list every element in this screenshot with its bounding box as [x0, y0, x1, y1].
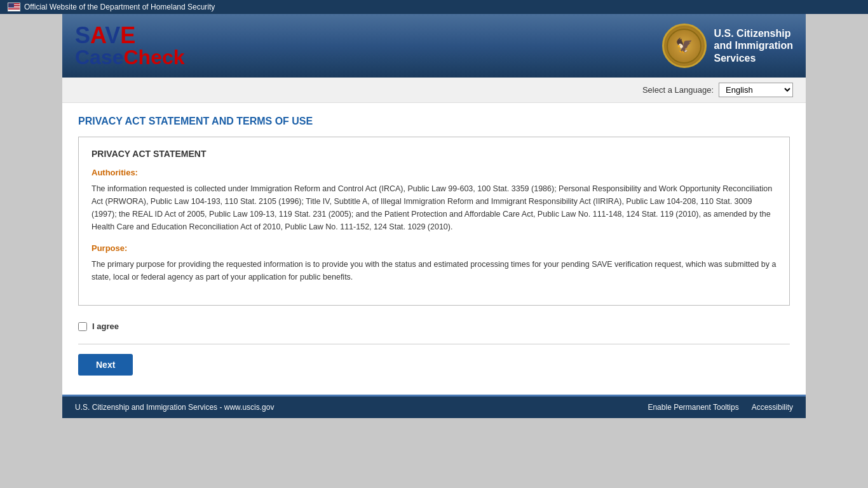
gov-banner-text: Official Website of the Department of Ho…: [24, 3, 215, 11]
privacy-box-title: PRIVACY ACT STATEMENT: [92, 149, 776, 159]
logo-area: SAVE CaseCheck: [75, 24, 185, 67]
casecheck-logo: CaseCheck: [75, 47, 185, 67]
footer-links: Enable Permanent Tooltips Accessibility: [648, 403, 793, 412]
page-wrapper: SAVE CaseCheck 🦅 U.S. Citizenship and Im…: [62, 14, 806, 418]
agree-checkbox[interactable]: [78, 322, 87, 331]
site-header: SAVE CaseCheck 🦅 U.S. Citizenship and Im…: [62, 14, 806, 78]
authorities-text: The information requested is collected u…: [92, 182, 776, 233]
save-casecheck-logo: SAVE CaseCheck: [75, 24, 185, 67]
uscis-logo: 🦅 U.S. Citizenship and Immigration Servi…: [662, 24, 793, 68]
purpose-text: The primary purpose for providing the re…: [92, 258, 776, 283]
privacy-statement-box: PRIVACY ACT STATEMENT Authorities: The i…: [78, 137, 790, 306]
accessibility-link[interactable]: Accessibility: [752, 403, 793, 412]
authorities-heading: Authorities:: [92, 168, 776, 177]
agree-row: I agree: [78, 318, 790, 334]
next-button[interactable]: Next: [78, 354, 133, 376]
dhs-seal-icon: 🦅: [662, 24, 707, 68]
divider: [78, 344, 790, 344]
language-label: Select a Language:: [642, 85, 714, 95]
us-flag-icon: [8, 3, 20, 11]
tooltips-link[interactable]: Enable Permanent Tooltips: [648, 403, 738, 412]
language-select[interactable]: English Spanish French Chinese Vietnames…: [719, 83, 793, 97]
site-footer: U.S. Citizenship and Immigration Service…: [62, 395, 806, 418]
main-content: PRIVACY ACT STATEMENT AND TERMS OF USE P…: [62, 103, 806, 395]
gov-banner: Official Website of the Department of Ho…: [0, 0, 868, 14]
save-logo: SAVE: [75, 24, 185, 47]
agree-label[interactable]: I agree: [92, 322, 119, 331]
purpose-heading: Purpose:: [92, 243, 776, 253]
language-bar: Select a Language: English Spanish Frenc…: [62, 78, 806, 103]
footer-left-text: U.S. Citizenship and Immigration Service…: [75, 403, 274, 412]
page-title: PRIVACY ACT STATEMENT AND TERMS OF USE: [78, 116, 790, 127]
uscis-name: U.S. Citizenship and Immigration Service…: [714, 27, 793, 64]
